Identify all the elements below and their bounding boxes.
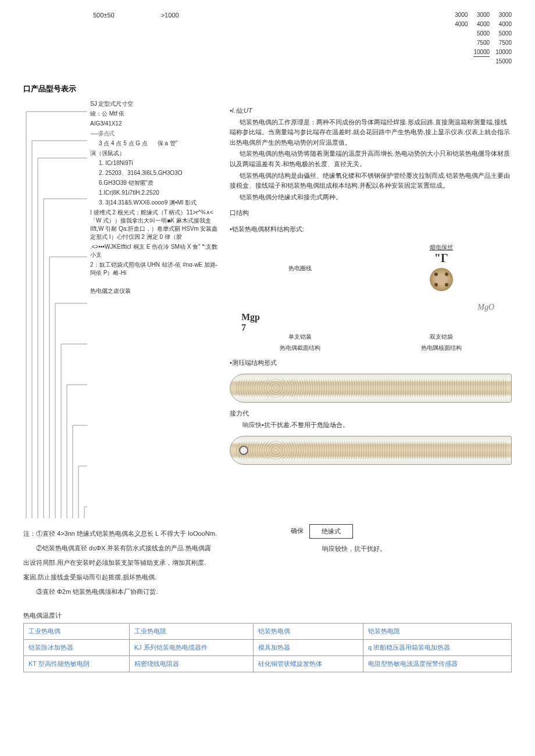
notes-block: 注：①直径 4>3nn 绝缘式铠装热电偶名义总长 L 不得大于 IoOooNm.… xyxy=(23,527,279,600)
table-cell[interactable]: 铠装热电阻 xyxy=(363,624,512,640)
note-5: ③直径 Φ2m 铠装热电偶须和本厂协商订货. xyxy=(23,585,279,598)
left-column: SJ 定型式尺寸空 竣：公 Mtf 依 AIG3/41X12 ------多点式… xyxy=(23,100,221,518)
note-2: ②铠装热电偶直径 d≤ΦX.并装有防水式接线盒的产品.热电偶露 xyxy=(23,542,279,554)
table-cell[interactable]: 工业热电阻 xyxy=(129,624,253,640)
top-data-row: 500±50 >1000 3000 4000 3000 4000 5000 75… xyxy=(23,12,512,66)
top-left-values: 500±50 >1000 xyxy=(23,12,179,66)
fuse-item: 熔电保丝 "Γ xyxy=(430,243,453,294)
mgp7-label: Mgp 7 xyxy=(241,312,512,333)
value-1000: >1000 xyxy=(161,12,179,66)
table-cell[interactable]: 铠装除冰加热器 xyxy=(24,640,130,656)
material-diagram-row: 热电圈线 熔电保丝 "Γ xyxy=(230,243,512,294)
response-text-2: 响应较快，抗干扰好。 xyxy=(309,544,386,553)
gamma-symbol: "Γ xyxy=(430,252,453,265)
num-col-1: 3000 4000 xyxy=(455,12,468,66)
paragraph-1: 铠装热电偶的工作原理是：两种不同成份的导体两端经焊接.形成回路.直接测温箱称测量… xyxy=(230,117,512,148)
material-heading: •铠装热电偶材料结构形式: xyxy=(230,224,512,235)
right-small-heading: •I.仙;UT xyxy=(230,106,512,116)
value-500: 500±50 xyxy=(93,12,115,66)
tree-diagram: SJ 定型式尺寸空 竣：公 Mtf 依 AIG3/41X12 ------多点式… xyxy=(23,100,221,518)
note-1: 注：①直径 4>3nn 绝缘式铠装热电偶名义总长 L 不得大于 IoOooNm. xyxy=(23,527,279,540)
table-row: 铠装除冰加热器 KJ 系列铠装电热电缆器件 模具加热器 q 班舶稳压器用箱装电加… xyxy=(24,640,512,656)
paragraph-4: 铠装热电偶分绝缘式和接壳式两种。 xyxy=(230,192,512,203)
num-col-3: 3000 4000 5000 7500 10000 15000 xyxy=(495,12,512,66)
paragraph-3: 铠装热电偶的结构是由儡丝、绝缘氧化镂和不锈钢保护管经屡次拉制而成.铠装热电偶产品… xyxy=(230,171,512,191)
numeric-columns: 3000 4000 3000 4000 5000 7500 10000 3000… xyxy=(455,12,512,66)
table-cell[interactable]: 铠装热电偶 xyxy=(253,624,363,640)
bottom-table-title: 热电偶温度计 xyxy=(23,611,512,620)
insulate-box-label: 绝缘式 xyxy=(309,524,353,539)
tree-text: SJ 定型式尺寸空 竣：公 Mtf 依 AIG3/41X12 ------多点式… xyxy=(90,100,221,295)
main-two-columns: SJ 定型式尺寸空 竣：公 Mtf 依 AIG3/41X12 ------多点式… xyxy=(23,100,512,518)
response-text-1: 响应快•抗干扰差.不整用于危险场合。 xyxy=(230,420,512,431)
table-cell[interactable]: 精密绕线电阻器 xyxy=(129,656,253,672)
wire-label: 热电圈线 xyxy=(288,264,312,273)
table-row: 工业热电偶 工业热电阻 铠装热电偶 铠装热电阻 xyxy=(24,624,512,640)
confirm-block: 确保 绝缘式 响应较快，抗干扰好。 xyxy=(291,518,512,553)
confirm-label: 确保 xyxy=(291,526,304,535)
section-title-model: 口产品型号表示 xyxy=(23,84,512,94)
table-cell[interactable]: KJ 系列铠装电热电缆器件 xyxy=(129,640,253,656)
table-row: KT 型高性能热敏电阴 精密绕线电阻器 硅化铜管状螺旋发热体 电阻型热敏电浅温度… xyxy=(24,656,512,672)
num-col-2: 3000 4000 5000 7500 10000 xyxy=(473,12,490,66)
table-cell[interactable]: 模具加热器 xyxy=(253,640,363,656)
note-4: 案固.防止接线盒受振动而引起摇摆,损坏热电偶. xyxy=(23,571,279,583)
connect-label: 接力代 xyxy=(230,409,512,419)
structure-heading: 口结构 xyxy=(230,208,512,218)
table-cell[interactable]: KT 型高性能热敏电阴 xyxy=(24,656,130,672)
structure-labels-row2: 热电偶截面结构 热电隅核面结构 xyxy=(230,344,512,352)
table-cell[interactable]: 电阻型热敏电浅温度报警传感器 xyxy=(363,656,512,672)
table-cell[interactable]: 硅化铜管状螺旋发热体 xyxy=(253,656,363,672)
tree-connector-lines xyxy=(23,100,87,518)
paragraph-2: 铠装热电偶的热电动势将随着测量端的温度升高而增长.热电动势的大小只和铠装热电儷导… xyxy=(230,149,512,169)
right-column: •I.仙;UT 铠装热电偶的工作原理是：两种不同成份的导体两端经焊接.形成回路.… xyxy=(230,100,512,518)
probe-diagram-1 xyxy=(230,374,512,403)
fuse-icon xyxy=(430,268,453,291)
measure-end-heading: •测珏端结构形式 xyxy=(230,358,512,368)
table-cell[interactable]: 工业热电偶 xyxy=(24,624,130,640)
mgo-label: MgO xyxy=(230,303,494,312)
table-cell[interactable]: q 班舶稳压器用箱装电加热器 xyxy=(363,640,512,656)
product-link-table: 工业热电偶 工业热电阻 铠装热电偶 铠装热电阻 铠装除冰加热器 KJ 系列铠装电… xyxy=(23,623,512,672)
probe-diagram-2 xyxy=(230,436,512,465)
note-3: 出设符局部.用户在安装时必须加装支架等辅助支承，增加其刚度. xyxy=(23,556,279,569)
structure-labels-row1: 单支铠装 双支铠袋 xyxy=(230,333,512,341)
notes-and-confirm-row: 注：①直径 4>3nn 绝缘式铠装热电偶名义总长 L 不得大于 IoOooNm.… xyxy=(23,518,512,600)
